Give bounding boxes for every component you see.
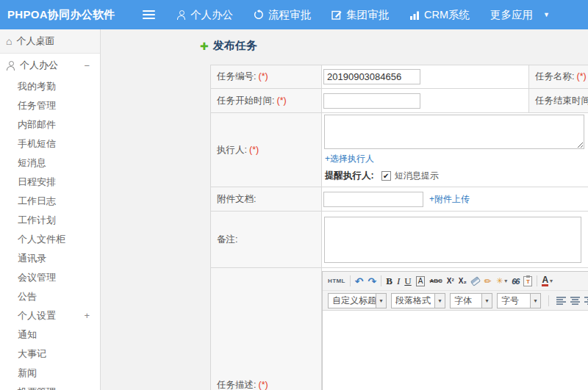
toolbar-separator — [350, 275, 351, 286]
sidebar-item-label: 个人办公 — [20, 59, 58, 72]
edit-icon — [331, 10, 342, 20]
nav-label: 集团审批 — [346, 8, 389, 22]
content-area: ✚ 发布任务 任务编号:(*) 任务名称:(*) 任务开始时间:(*) 任务结束… — [101, 29, 588, 390]
font-size-select[interactable]: 字号▾ — [497, 293, 541, 308]
align-center-icon[interactable] — [570, 297, 580, 305]
sidebar-item-work-plan[interactable]: 工作计划 — [0, 211, 100, 230]
nav-crm-system[interactable]: CRM系统 — [409, 8, 470, 22]
nav-group-approval[interactable]: 集团审批 — [331, 8, 389, 22]
redo-icon[interactable]: ↷ — [368, 275, 377, 287]
sidebar-item-personal-office[interactable]: 个人办公 − — [0, 54, 100, 77]
subscript-button[interactable]: X₂ — [459, 277, 467, 285]
nav-more-apps[interactable]: 更多应用 ▼ — [490, 8, 550, 22]
editor-content-area[interactable] — [323, 311, 588, 390]
attachment-upload-link[interactable]: +附件上传 — [429, 193, 470, 206]
sidebar-item-my-attendance[interactable]: 我的考勤 — [0, 77, 100, 96]
font-family-select[interactable]: 字体▾ — [450, 293, 492, 308]
sidebar-item-personal-desktop[interactable]: ⌂ 个人桌面 — [0, 29, 100, 54]
caret-down-icon: ▾ — [481, 294, 492, 308]
sidebar-item-meeting-management[interactable]: 会议管理 — [0, 268, 100, 287]
sidebar-item-schedule[interactable]: 日程安排 — [0, 173, 100, 192]
remark-textarea[interactable] — [324, 217, 581, 263]
form-row: 执行人:(*) +选择执行人 提醒执行人: ✔ 短消息提示 — [211, 113, 588, 187]
align-left-icon[interactable] — [556, 297, 566, 305]
font-style-button[interactable]: A — [416, 276, 426, 286]
superscript-button[interactable]: X² — [447, 277, 454, 285]
nav-label: 个人办公 — [190, 8, 233, 22]
sms-checkbox[interactable]: ✔ — [381, 171, 391, 181]
auto-typeset-button[interactable]: ✳▾ — [496, 276, 507, 286]
sidebar-item-short-message[interactable]: 短消息 — [0, 154, 100, 173]
custom-title-select[interactable]: 自定义标题▾ — [328, 293, 387, 308]
required-mark: (*) — [276, 95, 286, 106]
caret-down-icon: ▾ — [530, 294, 540, 308]
required-mark: (*) — [258, 71, 268, 82]
sidebar-item-internal-mail[interactable]: 内部邮件 — [0, 115, 100, 134]
executor-label: 执行人:(*) — [211, 113, 322, 187]
task-no-input[interactable] — [323, 69, 420, 84]
underline-button[interactable]: U — [404, 275, 411, 287]
caret-down-icon: ▾ — [376, 294, 386, 308]
form-row: 附件文档: +附件上传 — [211, 187, 588, 212]
bold-button[interactable]: B — [386, 275, 392, 287]
end-time-label: 任务结束时间:(*) — [529, 89, 588, 113]
page-title: ✚ 发布任务 — [200, 39, 588, 53]
form-row: 任务开始时间:(*) 任务结束时间:(*) — [211, 89, 588, 113]
required-mark: (*) — [576, 71, 586, 82]
align-right-icon[interactable] — [584, 297, 588, 305]
paste-as-text-icon[interactable]: T — [523, 276, 532, 286]
paragraph-format-select[interactable]: 段落格式▾ — [391, 293, 445, 308]
start-time-label: 任务开始时间:(*) — [211, 89, 322, 113]
nav-process-approval[interactable]: 流程审批 — [254, 8, 311, 22]
sparkle-icon: ✳ — [496, 276, 503, 286]
attachment-input[interactable] — [323, 192, 423, 207]
process-icon — [254, 10, 264, 20]
form-row: 任务描述:(*) HTML ↶ ↷ B I U A — [211, 268, 588, 390]
start-time-input[interactable] — [323, 93, 420, 109]
sidebar-item-task-management[interactable]: 任务管理 — [0, 96, 100, 115]
format-brush-icon[interactable]: ✏ — [484, 276, 492, 286]
task-no-label: 任务编号:(*) — [211, 65, 322, 89]
strikethrough-button[interactable]: ABC — [429, 278, 442, 284]
toolbar-separator — [548, 295, 549, 306]
menu-toggle-icon[interactable] — [143, 8, 155, 21]
editor-toolbar-row1: HTML ↶ ↷ B I U A ABC X² X₂ — [323, 272, 588, 291]
toolbar-separator — [537, 275, 537, 286]
remark-label: 备注: — [211, 212, 322, 268]
task-name-label: 任务名称:(*) — [529, 65, 588, 89]
sidebar-item-personal-settings[interactable]: 个人设置+ — [0, 306, 100, 325]
eraser-icon[interactable] — [471, 278, 480, 284]
user-icon — [6, 61, 15, 71]
sms-notify-label: 短消息提示 — [395, 170, 439, 182]
home-icon: ⌂ — [6, 36, 12, 46]
select-executor-link[interactable]: +选择执行人 — [325, 153, 588, 165]
expand-icon[interactable]: + — [84, 306, 90, 325]
sidebar-item-news[interactable]: 新闻 — [0, 364, 100, 383]
sidebar-item-work-log[interactable]: 工作日志 — [0, 192, 100, 211]
sidebar-item-label: 个人桌面 — [16, 35, 54, 48]
sidebar-item-contacts[interactable]: 通讯录 — [0, 249, 100, 268]
sidebar-item-vote[interactable]: 投票管理 — [0, 383, 100, 390]
nav-label: 流程审批 — [268, 8, 311, 22]
caret-down-icon: ▾ — [434, 294, 445, 308]
font-color-button[interactable]: A▾ — [542, 275, 553, 286]
collapse-icon[interactable]: − — [84, 60, 90, 71]
html-source-button[interactable]: HTML — [328, 278, 345, 284]
page-title-text: 发布任务 — [213, 39, 257, 53]
app-logo[interactable]: PHPOA协同办公软件 — [7, 8, 119, 22]
sidebar-item-personal-files[interactable]: 个人文件柜 — [0, 230, 100, 249]
publish-task-form: 任务编号:(*) 任务名称:(*) 任务开始时间:(*) 任务结束时间:(*) … — [210, 65, 588, 390]
blockquote-button[interactable]: 66 — [512, 277, 519, 286]
sidebar-item-notice[interactable]: 通知 — [0, 325, 100, 344]
sidebar-item-announcement[interactable]: 公告 — [0, 287, 100, 306]
nav-personal-office[interactable]: 个人办公 — [176, 8, 233, 22]
sidebar-item-events[interactable]: 大事记 — [0, 344, 100, 364]
sidebar-item-mobile-sms[interactable]: 手机短信 — [0, 134, 100, 154]
executor-textarea[interactable] — [324, 115, 584, 149]
remind-executor-label: 提醒执行人: — [325, 170, 374, 182]
italic-button[interactable]: I — [397, 275, 400, 287]
caret-down-icon: ▾ — [504, 278, 507, 284]
undo-icon[interactable]: ↶ — [355, 275, 364, 287]
form-row: 备注: — [211, 212, 588, 268]
caret-down-icon: ▾ — [550, 278, 553, 284]
